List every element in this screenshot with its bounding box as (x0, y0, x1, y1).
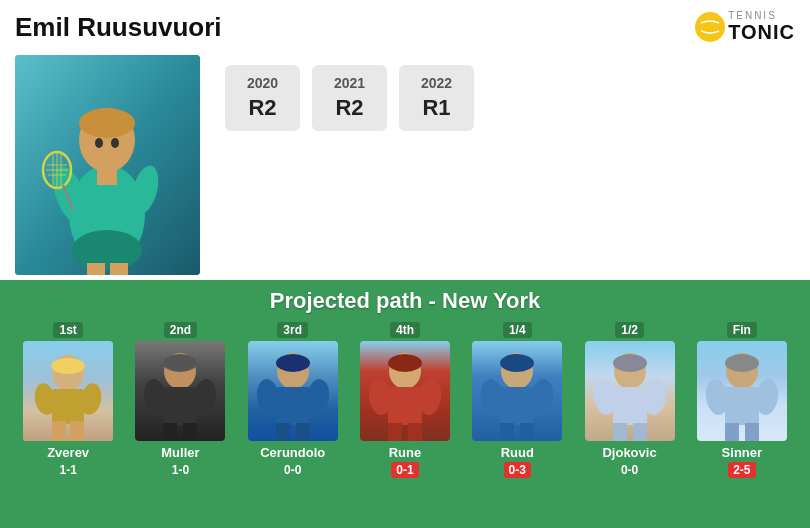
round-label-2021: R2 (332, 95, 367, 121)
cerundolo-photo (248, 341, 338, 441)
svg-rect-51 (408, 423, 422, 441)
djokovic-name: Djokovic (602, 445, 656, 460)
cerundolo-name: Cerundolo (260, 445, 325, 460)
svg-point-9 (111, 138, 119, 148)
player-photo (15, 55, 200, 275)
opponent-sinner: Fin Sinner 2-5 (689, 322, 795, 478)
year-cards: 2020 R2 2021 R2 2022 R1 (225, 65, 474, 131)
zverev-name: Zverev (47, 445, 89, 460)
zverev-photo (23, 341, 113, 441)
muller-name: Muller (161, 445, 199, 460)
logo: TENNIS TONIC (695, 10, 795, 43)
svg-rect-12 (110, 263, 128, 275)
opponent-muller: 2nd Muller 1-0 (127, 322, 233, 478)
ruud-score: 0-3 (504, 462, 531, 478)
svg-point-78 (725, 354, 759, 372)
opponent-ruud: 1/4 Ruud 0-3 (464, 322, 570, 478)
svg-rect-73 (725, 387, 759, 425)
tennis-ball-icon (695, 12, 725, 42)
svg-rect-66 (613, 423, 627, 441)
svg-rect-67 (633, 423, 647, 441)
svg-point-62 (500, 354, 534, 372)
opponent-djokovic: 1/2 Djokovic 0-0 (576, 322, 682, 478)
rune-score: 0-1 (391, 462, 418, 478)
svg-rect-65 (613, 387, 647, 425)
year-label-2021: 2021 (332, 75, 367, 91)
round-3rd: 3rd (277, 322, 308, 338)
year-label-2022: 2022 (419, 75, 454, 91)
logo-tonic-label: TONIC (728, 21, 795, 43)
round-1st: 1st (53, 322, 82, 338)
svg-point-3 (72, 230, 142, 270)
djokovic-photo (585, 341, 675, 441)
svg-point-54 (388, 354, 422, 372)
svg-point-8 (95, 138, 103, 148)
muller-score: 1-0 (167, 462, 194, 478)
svg-point-70 (613, 354, 647, 372)
players-row: 1st Zverev 1-1 2nd (10, 322, 800, 478)
year-card-2021: 2021 R2 (312, 65, 387, 131)
projected-path-title: Projected path - New York (10, 288, 800, 314)
cerundolo-score: 0-0 (279, 462, 306, 478)
opponent-zverev: 1st Zverev 1-1 (15, 322, 121, 478)
svg-rect-58 (500, 423, 514, 441)
year-label-2020: 2020 (245, 75, 280, 91)
svg-rect-43 (296, 423, 310, 441)
svg-rect-34 (163, 423, 177, 441)
svg-rect-59 (520, 423, 534, 441)
svg-rect-75 (745, 423, 759, 441)
svg-point-0 (697, 14, 723, 40)
djokovic-score: 0-0 (616, 462, 643, 478)
player-name: Emil Ruusuvuori (15, 12, 222, 43)
bottom-section: Projected path - New York 1st Zverev (0, 280, 810, 528)
svg-rect-35 (183, 423, 197, 441)
svg-rect-11 (87, 263, 105, 275)
rune-name: Rune (389, 445, 422, 460)
ruud-name: Ruud (501, 445, 534, 460)
ruud-photo (472, 341, 562, 441)
svg-rect-28 (70, 421, 84, 441)
svg-rect-42 (276, 423, 290, 441)
opponent-cerundolo: 3rd Cerundolo 0-0 (240, 322, 346, 478)
svg-rect-41 (276, 387, 310, 425)
round-4th: 4th (390, 322, 420, 338)
svg-point-7 (79, 108, 135, 138)
logo-tennis-label: TENNIS (728, 10, 795, 21)
round-label-2022: R1 (419, 95, 454, 121)
svg-rect-10 (97, 167, 117, 185)
svg-rect-27 (52, 421, 66, 441)
logo-text: TENNIS TONIC (728, 10, 795, 43)
round-label-2020: R2 (245, 95, 280, 121)
svg-point-38 (163, 354, 197, 372)
svg-rect-74 (725, 423, 739, 441)
round-2nd: 2nd (164, 322, 197, 338)
round-final: Fin (727, 322, 757, 338)
year-card-2020: 2020 R2 (225, 65, 300, 131)
svg-rect-50 (388, 423, 402, 441)
round-semi: 1/2 (615, 322, 644, 338)
round-quarter: 1/4 (503, 322, 532, 338)
svg-rect-25 (52, 389, 84, 424)
year-card-2022: 2022 R1 (399, 65, 474, 131)
rune-photo (360, 341, 450, 441)
sinner-photo (697, 341, 787, 441)
svg-point-26 (51, 358, 85, 374)
sinner-score: 2-5 (728, 462, 755, 478)
zverev-score: 1-1 (54, 462, 81, 478)
top-section: Emil Ruusuvuori TENNIS TONIC (0, 0, 810, 280)
svg-rect-33 (163, 387, 197, 425)
opponent-rune: 4th Rune 0-1 (352, 322, 458, 478)
svg-point-46 (276, 354, 310, 372)
sinner-name: Sinner (722, 445, 762, 460)
svg-rect-57 (500, 387, 534, 425)
muller-photo (135, 341, 225, 441)
svg-rect-49 (388, 387, 422, 425)
